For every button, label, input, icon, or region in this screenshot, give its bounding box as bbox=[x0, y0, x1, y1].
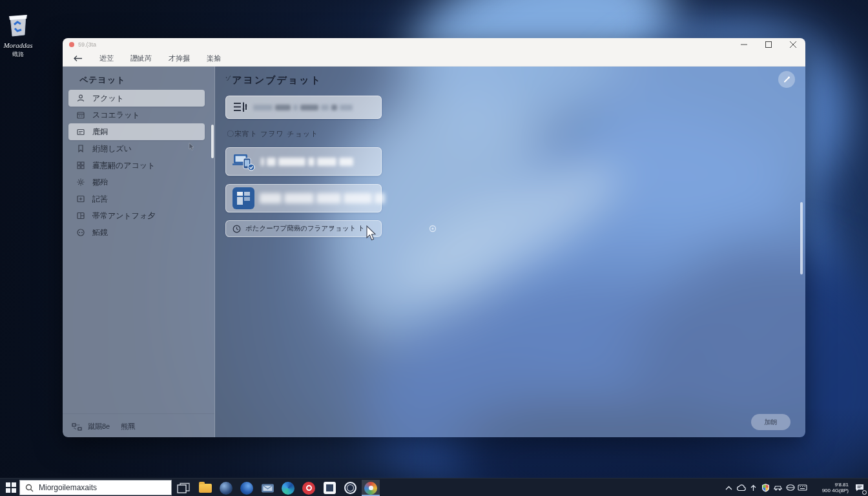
file-explorer-button[interactable] bbox=[196, 480, 214, 496]
sidebar-footer-label2: 熊羆 bbox=[121, 422, 135, 431]
minimize-button[interactable] bbox=[732, 38, 756, 51]
apply-button[interactable]: 加朗 bbox=[751, 414, 790, 430]
clock-date: 900 4G(8P) bbox=[811, 488, 849, 493]
sidebar-divider bbox=[63, 413, 214, 414]
sidebar-item-label: 霻憲翤のアコット bbox=[92, 160, 155, 171]
sidebar-item-9[interactable]: 鮖鏡 bbox=[68, 224, 205, 241]
edit-round-button[interactable] bbox=[778, 71, 795, 88]
tray-car-button[interactable] bbox=[772, 479, 784, 496]
chevron-up-icon bbox=[725, 486, 732, 490]
sidebar-scrollbar[interactable] bbox=[211, 125, 214, 158]
document-app-button[interactable] bbox=[320, 480, 338, 496]
app-dot-icon bbox=[69, 42, 74, 47]
sidebar-item-label: 帯常アントフォ夕 bbox=[92, 211, 155, 222]
window-controls bbox=[732, 38, 805, 51]
sidebar-item-label: スコエラット bbox=[92, 110, 140, 121]
sidebar-item-4[interactable]: 絎翓しズい bbox=[68, 140, 205, 157]
red-app-button[interactable] bbox=[300, 480, 318, 496]
layout-icon bbox=[76, 211, 85, 220]
main-panel: ゾ アヨンブデョット bbox=[215, 67, 805, 437]
devices-card[interactable] bbox=[225, 147, 382, 176]
notification-badge bbox=[862, 490, 867, 495]
sphere-app-button[interactable] bbox=[217, 480, 235, 496]
sidebar-item-8[interactable]: 帯常アントフォ夕 bbox=[68, 207, 205, 224]
sidebar-item-3[interactable]: 鹿銅 bbox=[68, 123, 205, 140]
cloud-icon bbox=[736, 484, 747, 491]
notification-button[interactable] bbox=[851, 479, 868, 496]
tray-globe-button[interactable] bbox=[784, 479, 796, 496]
search-icon bbox=[25, 484, 34, 492]
sidebar-item-label: 記筈 bbox=[92, 194, 108, 205]
desktop-icon-recycle-bin[interactable]: Moraddas 蟙路 bbox=[0, 13, 36, 59]
sidebar-item-7[interactable]: 記筈 bbox=[68, 191, 205, 207]
tray-upload-button[interactable] bbox=[747, 479, 760, 496]
close-button[interactable] bbox=[781, 38, 805, 51]
edge-icon bbox=[282, 482, 294, 495]
maximize-icon bbox=[765, 41, 772, 48]
search-input[interactable] bbox=[39, 483, 155, 492]
sidebar-item-5[interactable]: 霻憲翤のアコット bbox=[68, 157, 205, 174]
ring-app-button[interactable] bbox=[341, 480, 359, 496]
ring-app-icon bbox=[344, 482, 356, 494]
tray-clock[interactable]: 9'8.81 900 4G(8P) bbox=[811, 482, 849, 493]
menu-item-4[interactable]: 楽揄 bbox=[207, 54, 221, 63]
cloud-circle-icon bbox=[76, 228, 85, 237]
window-title: 59.(3ta bbox=[78, 41, 96, 48]
mail-app-button[interactable] bbox=[258, 480, 276, 496]
tray-security-button[interactable] bbox=[760, 479, 772, 496]
menu-item-1[interactable]: 迯苙 bbox=[99, 54, 114, 63]
blue-tile-icon bbox=[232, 187, 254, 209]
tray-keyboard-button[interactable] bbox=[796, 479, 809, 496]
shield-icon bbox=[761, 483, 770, 492]
card-icon bbox=[76, 127, 85, 136]
sidebar-footer[interactable]: 蹴賜8e 熊羆 bbox=[72, 422, 135, 431]
desktop-icon-sublabel: 蟙路 bbox=[0, 50, 36, 59]
minimize-icon bbox=[741, 41, 747, 48]
section-label: 〇宋宵ト フヲワ チョット bbox=[227, 129, 318, 139]
page-title-prefix: ゾ bbox=[225, 75, 231, 82]
info-row[interactable]: ポたクーワプ蕑蒴のフラアヲョット ト bbox=[225, 220, 382, 237]
sidebar-item-label: アクット bbox=[92, 93, 124, 104]
gear-icon bbox=[76, 178, 85, 187]
grid-icon bbox=[76, 161, 85, 170]
sidebar: ペテヨット アクット スコエラット 鹿銅 bbox=[63, 67, 215, 437]
globe-icon bbox=[786, 484, 795, 491]
color-wheel-app-button[interactable] bbox=[362, 480, 380, 496]
app-tile-card[interactable] bbox=[225, 184, 382, 212]
taskbar: 9'8.81 900 4G(8P) bbox=[0, 478, 868, 496]
task-view-button[interactable] bbox=[174, 480, 192, 496]
tray-chevron-button[interactable] bbox=[723, 479, 735, 496]
menu-item-2[interactable]: 讈皉芮 bbox=[130, 54, 152, 63]
bookmark-icon bbox=[76, 144, 85, 153]
color-wheel-app-icon bbox=[364, 482, 377, 495]
keyboard-icon bbox=[798, 484, 807, 491]
tray-cloud-button[interactable] bbox=[735, 479, 747, 496]
sidebar-item-2[interactable]: スコエラット bbox=[68, 107, 205, 123]
window-scrollbar[interactable] bbox=[800, 202, 803, 274]
list-card[interactable] bbox=[225, 96, 382, 119]
sidebar-item-1[interactable]: アクット bbox=[68, 90, 205, 107]
sidebar-footer-label: 蹴賜8e bbox=[88, 422, 110, 431]
screen: Moraddas 蟙路 59.(3ta 迯苙 讈皉芮 才掵搌 bbox=[0, 0, 868, 496]
sidebar-header: ペテヨット bbox=[79, 74, 126, 86]
pencil-icon bbox=[782, 75, 791, 84]
edge-browser-button[interactable] bbox=[279, 480, 297, 496]
cursor-artifact bbox=[189, 143, 195, 151]
settings-window: 59.(3ta 迯苙 讈皉芮 才掵搌 楽揄 ペテヨット bbox=[63, 38, 805, 437]
start-button[interactable] bbox=[3, 479, 19, 496]
taskbar-search[interactable] bbox=[19, 480, 172, 495]
page-title: ゾ アヨンブデョット bbox=[225, 74, 322, 87]
info-row-label: ポたクーワプ蕑蒴のフラアヲョット ト bbox=[245, 224, 365, 233]
desktop-icon-label: Moraddas bbox=[0, 41, 36, 49]
swirl-app-button[interactable] bbox=[238, 480, 256, 496]
person-icon bbox=[76, 94, 85, 103]
recycle-bin-icon bbox=[6, 30, 30, 41]
list-settings-icon bbox=[232, 101, 248, 114]
sidebar-item-6[interactable]: 鄒殆 bbox=[68, 174, 205, 191]
red-app-icon bbox=[302, 482, 315, 495]
back-button[interactable] bbox=[73, 55, 83, 62]
menu-item-3[interactable]: 才掵搌 bbox=[169, 54, 190, 63]
settings-gear-icon[interactable] bbox=[428, 224, 437, 233]
window-content: ペテヨット アクット スコエラット 鹿銅 bbox=[63, 67, 805, 437]
maximize-button[interactable] bbox=[756, 38, 781, 51]
